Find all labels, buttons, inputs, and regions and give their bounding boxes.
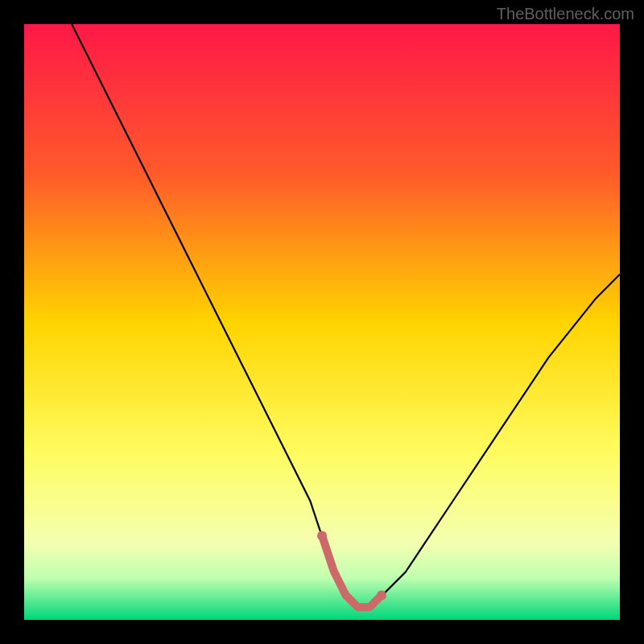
bottleneck-chart (24, 24, 620, 620)
watermark-text: TheBottleneck.com (497, 5, 634, 23)
gradient-background (24, 24, 620, 620)
chart-container: TheBottleneck.com (0, 0, 644, 644)
optimal-zone-endpoint (377, 590, 386, 600)
optimal-zone-endpoint (317, 530, 327, 540)
plot-area (24, 24, 620, 620)
